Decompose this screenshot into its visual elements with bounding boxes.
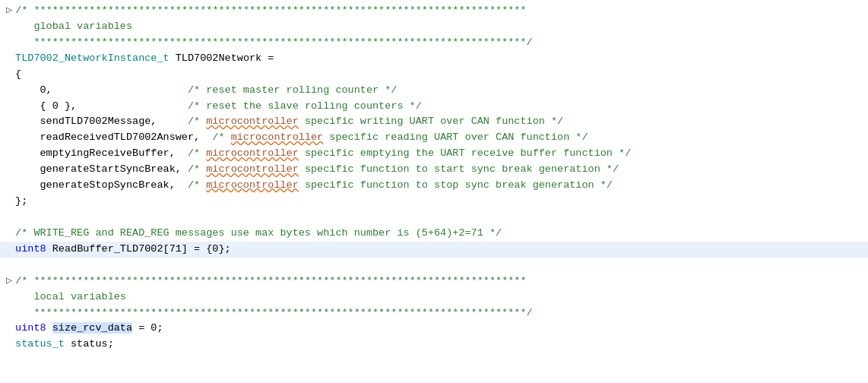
line-marker bbox=[6, 130, 12, 146]
code-content: emptyingReceiveBuffer, /* microcontrolle… bbox=[15, 146, 631, 162]
code-line-2: global variables bbox=[0, 19, 868, 35]
code-line-19: local variables bbox=[0, 290, 868, 305]
code-line-17 bbox=[0, 258, 868, 274]
line-marker: ▷ bbox=[6, 3, 12, 19]
code-line-22: status_t status; bbox=[0, 337, 868, 353]
code-line-6: 0, /* reset master rolling counter */ bbox=[0, 83, 868, 99]
line-marker bbox=[6, 83, 12, 99]
code-content bbox=[15, 258, 21, 274]
code-line-10: emptyingReceiveBuffer, /* microcontrolle… bbox=[0, 146, 868, 162]
line-marker bbox=[6, 67, 12, 83]
code-content: TLD7002_NetworkInstance_t TLD7002Network… bbox=[15, 51, 274, 67]
code-line-8: sendTLD7002Message, /* microcontroller s… bbox=[0, 114, 868, 130]
line-marker bbox=[6, 258, 12, 274]
code-content: generateStartSyncBreak, /* microcontroll… bbox=[15, 162, 619, 178]
line-marker bbox=[6, 321, 12, 337]
code-line-14 bbox=[0, 210, 868, 226]
line-marker bbox=[6, 305, 12, 321]
code-content: /* *************************************… bbox=[15, 274, 526, 290]
code-line-15: /* WRITE_REG and READ_REG messages use m… bbox=[0, 226, 868, 242]
code-content: /* WRITE_REG and READ_REG messages use m… bbox=[15, 226, 502, 242]
line-marker bbox=[6, 146, 12, 162]
code-content: global variables bbox=[15, 19, 132, 35]
line-marker bbox=[6, 290, 12, 305]
code-line-5: { bbox=[0, 67, 868, 83]
line-marker bbox=[6, 194, 12, 210]
code-content: /* *************************************… bbox=[15, 3, 526, 19]
code-line-11: generateStartSyncBreak, /* microcontroll… bbox=[0, 162, 868, 178]
code-line-18: ▷ /* ***********************************… bbox=[0, 274, 868, 290]
code-content: local variables bbox=[15, 290, 126, 305]
code-line-13: }; bbox=[0, 194, 868, 210]
code-content: readReceivedTLD7002Answer, /* microcontr… bbox=[15, 130, 588, 146]
code-line-12: generateStopSyncBreak, /* microcontrolle… bbox=[0, 178, 868, 194]
code-content: ****************************************… bbox=[15, 305, 533, 321]
line-marker bbox=[6, 114, 12, 130]
code-content: }; bbox=[15, 194, 27, 210]
code-line-20: ****************************************… bbox=[0, 305, 868, 321]
code-line-1: ▷ /* ***********************************… bbox=[0, 3, 868, 19]
line-marker bbox=[6, 210, 12, 226]
code-line-7: { 0 }, /* reset the slave rolling counte… bbox=[0, 99, 868, 115]
line-marker bbox=[6, 337, 12, 353]
code-content: generateStopSyncBreak, /* microcontrolle… bbox=[15, 178, 613, 194]
code-line-9: readReceivedTLD7002Answer, /* microcontr… bbox=[0, 130, 868, 146]
code-content: uint8 ReadBuffer_TLD7002[71] = {0}; bbox=[15, 242, 231, 258]
line-marker bbox=[6, 35, 12, 51]
code-content: status_t status; bbox=[15, 337, 114, 353]
code-line-21: uint8 size_rcv_data = 0; bbox=[0, 321, 868, 337]
line-marker bbox=[6, 99, 12, 115]
code-editor: ▷ /* ***********************************… bbox=[0, 0, 868, 383]
code-content: uint8 size_rcv_data = 0; bbox=[15, 321, 163, 337]
code-content: sendTLD7002Message, /* microcontroller s… bbox=[15, 114, 563, 130]
code-content: 0, /* reset master rolling counter */ bbox=[15, 83, 397, 99]
line-marker bbox=[6, 19, 12, 35]
line-marker bbox=[6, 178, 12, 194]
line-marker bbox=[6, 51, 12, 67]
code-content bbox=[15, 210, 21, 226]
code-content: { bbox=[15, 67, 21, 83]
code-line-16: uint8 ReadBuffer_TLD7002[71] = {0}; bbox=[0, 242, 868, 258]
code-line-4: TLD7002_NetworkInstance_t TLD7002Network… bbox=[0, 51, 868, 67]
line-marker bbox=[6, 226, 12, 242]
code-content: { 0 }, /* reset the slave rolling counte… bbox=[15, 99, 422, 115]
line-marker bbox=[6, 162, 12, 178]
line-marker bbox=[6, 242, 12, 258]
code-line-3: ****************************************… bbox=[0, 35, 868, 51]
line-marker: ▷ bbox=[6, 274, 12, 290]
code-content: ****************************************… bbox=[15, 35, 533, 51]
